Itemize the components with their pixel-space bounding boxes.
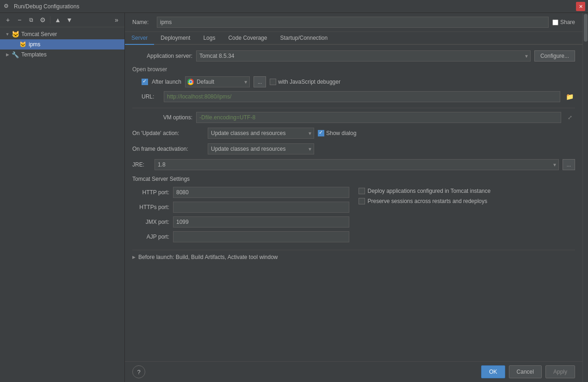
ajp-port-row: AJP port: xyxy=(132,231,349,242)
on-frame-select[interactable]: Update classes and resources Restart ser… xyxy=(208,143,314,154)
on-frame-select-wrapper: Update classes and resources Restart ser… xyxy=(208,143,314,154)
settings-button[interactable]: ⚙ xyxy=(37,15,48,25)
more-button[interactable]: » xyxy=(111,15,122,25)
show-dialog-checkbox[interactable] xyxy=(318,130,324,136)
close-button[interactable]: ✕ xyxy=(576,2,585,11)
show-dialog-label: Show dialog xyxy=(326,130,356,136)
scroll-thumb[interactable] xyxy=(584,14,588,42)
share-area: Share xyxy=(552,19,575,25)
cancel-button[interactable]: Cancel xyxy=(509,365,542,378)
jre-row: JRE: 1.8 11 17 ▼ ... xyxy=(132,159,575,170)
chrome-icon xyxy=(187,79,194,85)
deploy-checkbox[interactable] xyxy=(359,188,365,194)
templates-icon: 🔧 xyxy=(11,51,19,58)
tab-logs[interactable]: Logs xyxy=(197,32,222,45)
browser-chrome-icon xyxy=(187,78,194,86)
browser-select-wrapper: Default Chrome Firefox ▼ xyxy=(185,76,250,87)
title-bar: ⚙ Run/Debug Configurations ✕ xyxy=(0,0,588,13)
app-server-select[interactable]: Tomcat 8.5.34 xyxy=(196,50,531,62)
before-launch-expand-icon: ▶ xyxy=(132,255,136,259)
jmx-port-label: JMX port: xyxy=(132,219,169,225)
window-title: Run/Debug Configurations xyxy=(14,3,584,10)
url-folder-button[interactable]: 📁 xyxy=(564,91,575,102)
sidebar-item-ipms[interactable]: 🐱 ipms xyxy=(0,39,124,49)
before-launch-section: ▶ Before launch: Build, Build Artifacts,… xyxy=(132,250,575,260)
share-checkbox[interactable] xyxy=(552,19,558,25)
copy-button[interactable]: ⧉ xyxy=(26,15,36,25)
bottom-bar: ? OK Cancel Apply xyxy=(125,361,582,382)
open-browser-title: Open browser xyxy=(132,66,575,73)
add-button[interactable]: + xyxy=(3,15,13,25)
browse-button[interactable]: ... xyxy=(254,76,266,87)
configure-button[interactable]: Configure... xyxy=(534,50,575,62)
share-label: Share xyxy=(560,19,575,25)
preserve-label: Preserve sessions across restarts and re… xyxy=(368,198,488,204)
separator xyxy=(50,16,50,24)
deploy-option-row-2: Preserve sessions across restarts and re… xyxy=(359,198,576,204)
browser-select[interactable]: Default Chrome Firefox xyxy=(185,76,250,87)
ok-button[interactable]: OK xyxy=(481,365,505,378)
deploy-options: Deploy applications configured in Tomcat… xyxy=(359,187,576,246)
before-launch-label: Before launch: Build, Build Artifacts, A… xyxy=(138,254,278,260)
sidebar-item-templates[interactable]: ▶ 🔧 Templates xyxy=(0,49,124,60)
vm-expand-button[interactable]: ⤢ xyxy=(565,112,575,123)
vm-options-label: VM options: xyxy=(132,114,192,121)
settings-content: HTTP port: HTTPs port: JMX port: xyxy=(132,187,575,246)
deploy-option-row-1: Deploy applications configured in Tomcat… xyxy=(359,188,576,194)
ipms-label: ipms xyxy=(29,41,40,48)
name-row: Name: Share xyxy=(125,13,582,32)
jmx-port-input[interactable] xyxy=(173,216,349,228)
name-label: Name: xyxy=(132,19,153,25)
tab-server[interactable]: Server xyxy=(125,32,154,45)
after-launch-checkbox[interactable] xyxy=(142,79,148,85)
on-update-select[interactable]: Update classes and resources Restart ser… xyxy=(208,128,314,139)
tab-code-coverage[interactable]: Code Coverage xyxy=(222,32,273,45)
on-frame-label: On frame deactivation: xyxy=(132,146,204,152)
js-debugger-label: with JavaScript debugger xyxy=(278,79,340,85)
url-input[interactable] xyxy=(164,91,560,102)
expand-icon-tomcat: ▼ xyxy=(4,32,11,37)
scroll-indicator xyxy=(582,13,588,382)
preserve-checkbox[interactable] xyxy=(359,198,365,204)
browser-row: After launch Default Chrome Firefox ▼ ..… xyxy=(132,76,575,87)
http-port-label: HTTP port: xyxy=(132,189,169,196)
content-area: Name: Share Server Deployment Logs Code … xyxy=(125,13,582,382)
app-server-select-wrapper: Tomcat 8.5.34 ▼ xyxy=(196,50,531,62)
on-frame-row: On frame deactivation: Update classes an… xyxy=(132,143,575,154)
name-input[interactable] xyxy=(157,17,549,28)
templates-label: Templates xyxy=(21,51,47,58)
deploy-label: Deploy applications configured in Tomcat… xyxy=(368,188,491,194)
tab-startup-connection[interactable]: Startup/Connection xyxy=(273,32,334,45)
tomcat-icon: 🐱 xyxy=(11,31,19,38)
url-row: URL: 📁 xyxy=(132,91,575,102)
vm-options-input[interactable] xyxy=(196,112,561,123)
main-container: + − ⧉ ⚙ ▲ ▼ » ▼ 🐱 Tomcat Server 🐱 ipms xyxy=(0,13,588,382)
jre-browse-button[interactable]: ... xyxy=(563,159,575,170)
show-dialog-area: Show dialog xyxy=(318,130,356,136)
tab-content-server: Application server: Tomcat 8.5.34 ▼ Conf… xyxy=(125,45,582,361)
port-settings: HTTP port: HTTPs port: JMX port: xyxy=(132,187,349,246)
jre-select-wrapper: 1.8 11 17 ▼ xyxy=(155,159,559,170)
vm-options-row: VM options: ⤢ xyxy=(132,112,575,123)
url-label: URL: xyxy=(142,93,160,100)
ajp-port-label: AJP port: xyxy=(132,234,169,240)
before-launch-header[interactable]: ▶ Before launch: Build, Build Artifacts,… xyxy=(132,254,575,260)
sidebar-item-tomcat-server[interactable]: ▼ 🐱 Tomcat Server xyxy=(0,29,124,39)
https-port-input[interactable] xyxy=(173,202,349,213)
apply-button[interactable]: Apply xyxy=(545,365,575,378)
app-server-row: Application server: Tomcat 8.5.34 ▼ Conf… xyxy=(132,50,575,62)
http-port-input[interactable] xyxy=(173,187,349,198)
move-up-button[interactable]: ▲ xyxy=(53,15,63,25)
https-port-row: HTTPs port: xyxy=(132,202,349,213)
tabs-bar: Server Deployment Logs Code Coverage Sta… xyxy=(125,32,582,45)
remove-button[interactable]: − xyxy=(14,15,25,25)
help-button[interactable]: ? xyxy=(132,365,145,378)
move-down-button[interactable]: ▼ xyxy=(64,15,74,25)
js-debugger-area: with JavaScript debugger xyxy=(270,79,340,85)
jre-select[interactable]: 1.8 11 17 xyxy=(155,159,559,170)
ajp-port-input[interactable] xyxy=(173,231,349,242)
settings-section-title: Tomcat Server Settings xyxy=(132,176,575,182)
js-debugger-checkbox[interactable] xyxy=(270,79,276,85)
tomcat-settings-section: Tomcat Server Settings HTTP port: HTTPs … xyxy=(132,176,575,246)
tab-deployment[interactable]: Deployment xyxy=(154,32,197,45)
